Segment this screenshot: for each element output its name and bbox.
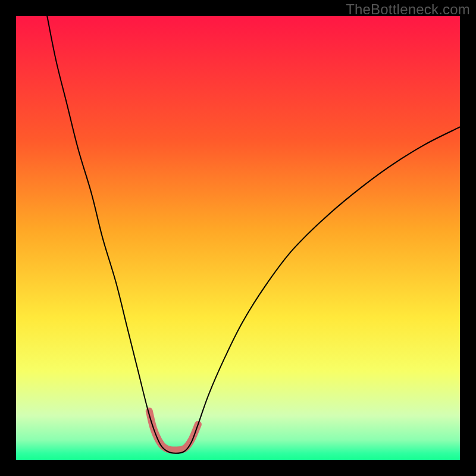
plot-background — [16, 16, 460, 460]
bottleneck-plot — [16, 16, 460, 460]
chart-frame: TheBottleneck.com — [0, 0, 476, 476]
watermark-text: TheBottleneck.com — [346, 1, 470, 18]
